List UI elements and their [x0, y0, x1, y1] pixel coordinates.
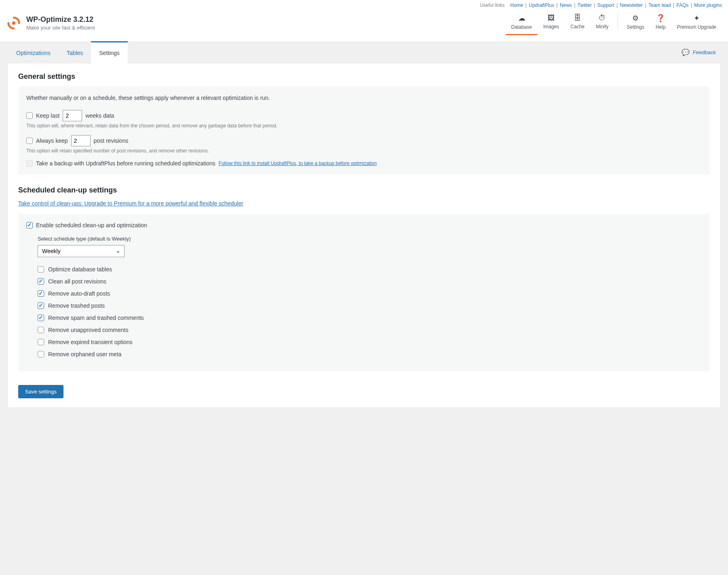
top-link-team-lead[interactable]: Team lead	[648, 2, 671, 8]
help-icon: ❓	[656, 14, 666, 23]
top-links: Home | UpdraftPlus | News | Twitter | Su…	[510, 2, 722, 8]
backup-checkbox	[26, 160, 33, 167]
brand-title: WP-Optimize 3.2.12	[26, 15, 95, 24]
sched-opt-label-6: Remove expired transient options	[48, 339, 133, 345]
top-link-faqs[interactable]: FAQs	[676, 2, 688, 8]
feedback-button[interactable]: 💬 Feedback	[677, 43, 720, 62]
sched-opt-label-3: Remove trashed posts	[48, 302, 105, 309]
sched-opt-label-4: Remove spam and trashed comments	[48, 315, 144, 321]
top-link-updraftplus[interactable]: UpdraftPlus	[529, 2, 554, 8]
keep-last-checkbox[interactable]	[26, 112, 33, 119]
top-link-twitter[interactable]: Twitter	[578, 2, 592, 8]
always-keep-help: This option will retain specified number…	[26, 148, 702, 154]
nav-cache[interactable]: 🗄 Cache	[565, 11, 590, 35]
sched-opt-label-1: Clean all post revisions	[48, 278, 106, 285]
upgrade-icon: ✦	[677, 14, 716, 23]
always-keep-checkbox[interactable]	[26, 137, 33, 144]
save-settings-button[interactable]: Save settings	[18, 385, 63, 398]
nav-divider	[618, 13, 618, 29]
archive-icon: 🗄	[571, 14, 585, 22]
enable-scheduled-label: Enable scheduled clean-up and optimizati…	[36, 222, 147, 228]
wpo-logo-icon	[6, 15, 21, 31]
always-keep-input[interactable]	[71, 135, 91, 146]
top-link-support[interactable]: Support	[597, 2, 614, 8]
sched-opt-label-2: Remove auto-draft posts	[48, 290, 110, 297]
sched-opt-label-5: Remove unapproved comments	[48, 327, 128, 333]
nav-images[interactable]: 🖼 Images	[538, 11, 565, 35]
nav-help[interactable]: ❓ Help	[650, 11, 671, 35]
keep-last-post: weeks data	[85, 112, 114, 119]
svg-point-0	[12, 21, 16, 25]
upgrade-premium-link[interactable]: Take control of clean-ups: Upgrade to Pr…	[18, 200, 243, 207]
general-settings-heading: General settings	[18, 72, 710, 81]
sched-opt-checkbox-3[interactable]	[38, 302, 44, 309]
sliders-icon: ⚙	[627, 14, 644, 23]
sched-opt-checkbox-1[interactable]	[38, 278, 44, 285]
tab-tables[interactable]: Tables	[59, 41, 91, 63]
speech-icon: 💬	[681, 49, 690, 56]
images-icon: 🖼	[543, 14, 559, 22]
sched-opt-checkbox-0[interactable]	[38, 266, 44, 273]
backup-install-link[interactable]: Follow this link to install UpdraftPlus,…	[219, 161, 377, 166]
keep-last-pre: Keep last	[36, 112, 59, 119]
useful-links-label: Useful links	[480, 2, 504, 8]
always-keep-pre: Always keep	[36, 137, 68, 144]
top-link-newsletter[interactable]: Newsletter	[620, 2, 643, 8]
tab-optimizations[interactable]: Optimizations	[8, 41, 59, 63]
general-intro: Whether manually or on a schedule, these…	[26, 95, 702, 101]
enable-scheduled-checkbox[interactable]	[26, 222, 33, 228]
sched-opt-checkbox-6[interactable]	[38, 339, 44, 345]
sched-opt-checkbox-7[interactable]	[38, 351, 44, 357]
nav-minify[interactable]: ⏱ Minify	[590, 11, 614, 35]
sched-opt-label-0: Optimize database tables	[48, 266, 112, 273]
sched-opt-label-7: Remove orphaned user meta	[48, 351, 121, 357]
always-keep-post: post revisions	[94, 137, 129, 144]
schedule-type-select[interactable]: Weekly	[38, 245, 125, 257]
sched-opt-checkbox-4[interactable]	[38, 315, 44, 321]
sched-opt-checkbox-5[interactable]	[38, 327, 44, 333]
nav-premium[interactable]: ✦ Premium Upgrade	[671, 11, 722, 35]
nav-database[interactable]: ☁ Database	[506, 11, 538, 35]
cloud-icon: ☁	[511, 14, 532, 23]
top-link-news[interactable]: News	[560, 2, 572, 8]
sched-opt-checkbox-2[interactable]	[38, 290, 44, 297]
schedule-type-label: Select schedule type (default is Weekly)	[38, 236, 702, 242]
gauge-icon: ⏱	[596, 14, 608, 22]
scheduled-heading: Scheduled clean-up settings	[18, 186, 710, 194]
keep-last-help: This option will, where relevant, retain…	[26, 123, 702, 129]
brand-subtitle: Make your site fast & efficient	[26, 25, 95, 31]
top-link-more-plugins[interactable]: More plugins	[694, 2, 722, 8]
nav-settings[interactable]: ⚙ Settings	[621, 11, 650, 35]
tab-settings[interactable]: Settings	[91, 41, 128, 63]
top-link-home[interactable]: Home	[510, 2, 523, 8]
backup-label: Take a backup with UpdraftPlus before ru…	[36, 160, 216, 167]
keep-last-input[interactable]	[63, 110, 82, 121]
